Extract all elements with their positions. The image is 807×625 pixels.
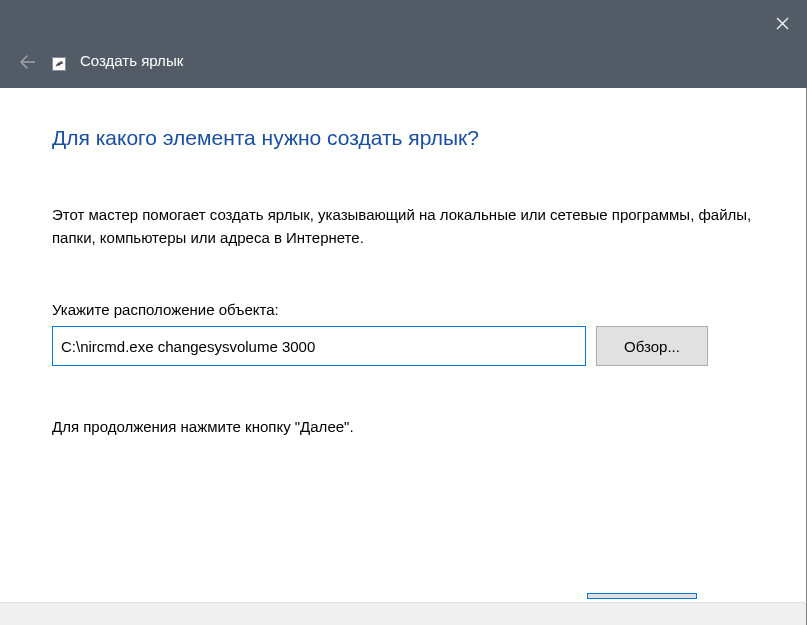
location-input[interactable]: [52, 326, 586, 366]
wizard-footer: [0, 602, 807, 625]
location-label: Укажите расположение объекта:: [52, 301, 754, 318]
close-button[interactable]: [767, 8, 797, 38]
continue-instruction: Для продолжения нажмите кнопку "Далее".: [52, 418, 754, 435]
shortcut-icon: [52, 57, 66, 71]
window-title: Создать ярлык: [80, 52, 183, 69]
location-row: Обзор...: [52, 326, 754, 366]
titlebar: Создать ярлык: [0, 0, 807, 88]
wizard-content: Для какого элемента нужно создать ярлык?…: [0, 88, 807, 602]
close-icon: [776, 17, 789, 30]
browse-button[interactable]: Обзор...: [596, 326, 708, 366]
arrow-left-icon: [19, 53, 37, 71]
wizard-heading: Для какого элемента нужно создать ярлык?: [52, 88, 754, 150]
back-button: [16, 50, 40, 74]
next-button[interactable]: [587, 593, 697, 599]
wizard-description: Этот мастер помогает создать ярлык, указ…: [52, 204, 754, 249]
